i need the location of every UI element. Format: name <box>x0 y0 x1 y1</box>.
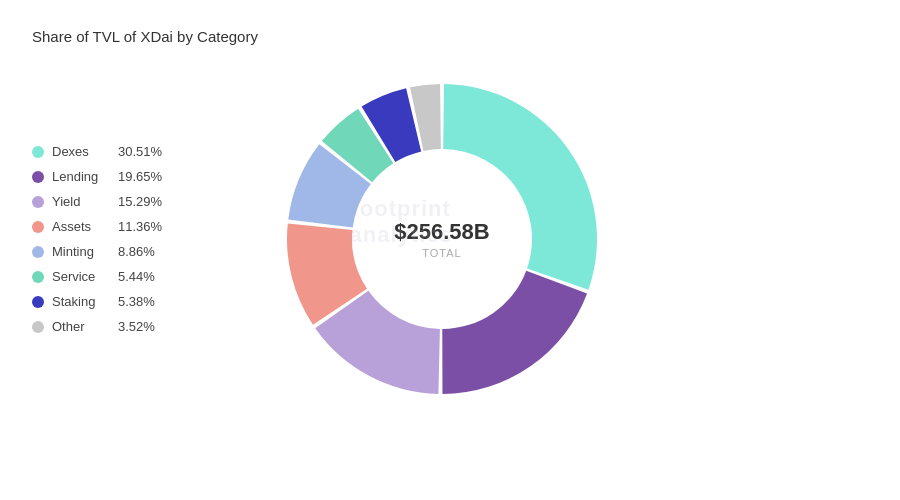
legend-item: Minting 8.86% <box>32 244 252 259</box>
legend-item: Dexes 30.51% <box>32 144 252 159</box>
legend-dot <box>32 146 44 158</box>
legend: Dexes 30.51% Lending 19.65% Yield 15.29%… <box>32 144 252 334</box>
legend-pct: 5.44% <box>118 269 155 284</box>
legend-dot <box>32 321 44 333</box>
legend-dot <box>32 296 44 308</box>
donut-segment-dexes[interactable] <box>443 84 597 290</box>
legend-dot <box>32 271 44 283</box>
chart-title: Share of TVL of XDai by Category <box>32 28 868 45</box>
legend-pct: 5.38% <box>118 294 155 309</box>
legend-item: Lending 19.65% <box>32 169 252 184</box>
donut-svg <box>272 69 612 409</box>
legend-pct: 15.29% <box>118 194 162 209</box>
legend-item: Other 3.52% <box>32 319 252 334</box>
legend-name: Lending <box>52 169 110 184</box>
legend-dot <box>32 246 44 258</box>
chart-content: Dexes 30.51% Lending 19.65% Yield 15.29%… <box>32 69 868 409</box>
legend-pct: 30.51% <box>118 144 162 159</box>
legend-pct: 19.65% <box>118 169 162 184</box>
legend-name: Yield <box>52 194 110 209</box>
legend-pct: 11.36% <box>118 219 162 234</box>
legend-name: Assets <box>52 219 110 234</box>
legend-item: Service 5.44% <box>32 269 252 284</box>
legend-name: Minting <box>52 244 110 259</box>
legend-name: Other <box>52 319 110 334</box>
legend-name: Dexes <box>52 144 110 159</box>
legend-item: Assets 11.36% <box>32 219 252 234</box>
legend-pct: 8.86% <box>118 244 155 259</box>
donut-chart: $256.58B TOTAL footprintanalytics <box>272 69 612 409</box>
chart-container: Share of TVL of XDai by Category Dexes 3… <box>0 0 900 500</box>
legend-item: Staking 5.38% <box>32 294 252 309</box>
legend-pct: 3.52% <box>118 319 155 334</box>
legend-name: Staking <box>52 294 110 309</box>
legend-name: Service <box>52 269 110 284</box>
legend-dot <box>32 221 44 233</box>
legend-dot <box>32 171 44 183</box>
legend-dot <box>32 196 44 208</box>
donut-segment-lending[interactable] <box>442 271 587 394</box>
legend-item: Yield 15.29% <box>32 194 252 209</box>
